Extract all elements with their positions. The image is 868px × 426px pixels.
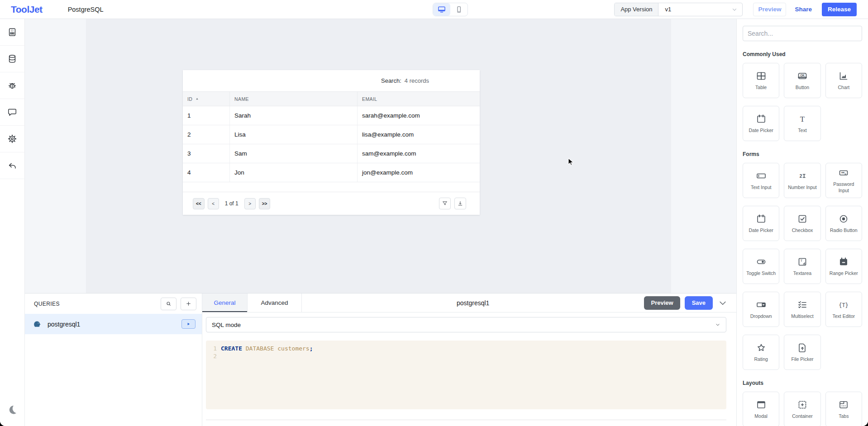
collapse-query-panel-button[interactable] <box>717 298 728 308</box>
radiobutton-icon <box>838 213 849 224</box>
sql-mode-value: SQL mode <box>212 322 241 328</box>
widget-card[interactable]: File Picker <box>784 335 820 370</box>
widget-card[interactable]: Table <box>743 63 779 98</box>
widget-card[interactable]: T Text <box>784 106 820 141</box>
left-sidebar: {:}JSON <box>0 19 25 426</box>
app-name[interactable]: PostgreSQL <box>68 6 104 13</box>
table-row[interactable]: 2 Lisa lisa@example.com <box>183 125 480 144</box>
widget-sidebar: Commonly Used Table OK Button <box>736 19 868 426</box>
container-icon <box>797 399 808 410</box>
query-preview-button[interactable]: Preview <box>644 296 680 310</box>
passwordinput-icon: ** <box>838 167 849 178</box>
filter-icon <box>442 200 448 207</box>
share-button[interactable]: Share <box>790 3 816 16</box>
section-commonly-used: Commonly Used Table OK Button <box>743 51 862 141</box>
widget-card[interactable]: {T} Text Editor <box>825 292 862 327</box>
column-header-id[interactable]: ID <box>183 92 230 106</box>
svg-text:2: 2 <box>800 173 802 178</box>
datepicker-icon <box>756 213 767 224</box>
widget-card[interactable]: Date Picker <box>743 106 779 141</box>
add-query-button[interactable] <box>181 298 196 310</box>
sql-code-editor[interactable]: 1CREATE DATABASE customers; 2 <box>206 341 726 409</box>
sql-mode-select[interactable]: SQL mode <box>206 317 726 332</box>
mobile-layout-button[interactable] <box>450 3 467 16</box>
run-query-button[interactable] <box>181 319 196 329</box>
table-search-label[interactable]: Search: <box>381 77 401 84</box>
widget-card[interactable]: Radio Button <box>825 206 862 241</box>
svg-text:JSON: JSON <box>10 33 14 34</box>
dropdown-icon <box>756 299 767 310</box>
tooljet-app-builder: ToolJet PostgreSQL <box>0 0 868 426</box>
database-icon <box>7 54 17 64</box>
query-list-item[interactable]: postgresql1 <box>25 314 202 334</box>
query-panel: QUERIES <box>25 293 736 426</box>
code-line: 1CREATE DATABASE customers; <box>206 345 726 352</box>
desktop-icon <box>437 5 446 14</box>
widget-card[interactable]: Chart <box>825 63 862 98</box>
table-row[interactable]: 3 Sam sam@example.com <box>183 144 480 163</box>
section-forms: Forms Text Input 2 Number Input <box>743 151 862 370</box>
play-icon <box>186 322 191 326</box>
query-search-button[interactable] <box>161 298 176 310</box>
toggle-icon <box>756 256 767 267</box>
tab-general[interactable]: General <box>202 293 248 312</box>
next-page-button[interactable]: > <box>244 198 256 209</box>
app-version-select[interactable]: App Version v1 <box>614 3 743 16</box>
table-row[interactable]: 4 Jon jon@example.com <box>183 163 480 182</box>
tooljet-logo[interactable]: ToolJet <box>11 4 43 15</box>
table-row[interactable]: 1 Sarah sarah@example.com <box>183 106 480 125</box>
code-line: 2 <box>206 352 726 360</box>
widget-card[interactable]: Dropdown <box>743 292 779 327</box>
widget-card[interactable]: Tabs <box>825 392 862 426</box>
tab-advanced[interactable]: Advanced <box>248 293 302 312</box>
debugger-icon <box>7 80 17 90</box>
svg-text:**: ** <box>841 171 845 175</box>
widget-card[interactable]: OK Button <box>784 63 820 98</box>
query-editor: General Advanced postgresql1 Preview Sav… <box>202 293 736 426</box>
previous-page-button[interactable]: < <box>208 198 219 209</box>
queries-title: QUERIES <box>34 301 60 307</box>
query-title[interactable]: postgresql1 <box>302 293 644 312</box>
query-save-button[interactable]: Save <box>685 296 713 310</box>
download-icon <box>457 200 463 207</box>
dark-mode-toggle[interactable] <box>0 401 24 419</box>
widget-card[interactable]: ** Password Input <box>825 163 862 198</box>
mobile-icon <box>455 5 463 14</box>
tabs-icon <box>838 399 849 410</box>
widget-card[interactable]: Range Picker <box>825 249 862 284</box>
release-button[interactable]: Release <box>822 3 857 16</box>
app-canvas[interactable]: Search: 4 records ID NAME <box>25 19 736 293</box>
first-page-button[interactable]: << <box>193 198 205 209</box>
column-header-name[interactable]: NAME <box>230 92 358 106</box>
column-header-email[interactable]: EMAIL <box>358 92 480 106</box>
checkbox-icon <box>797 213 808 224</box>
numberinput-icon: 2 <box>797 170 808 181</box>
widget-card[interactable]: Container <box>784 392 820 426</box>
search-icon <box>166 301 172 307</box>
rangepicker-icon <box>838 256 849 267</box>
widget-card[interactable]: T Textarea <box>784 249 820 284</box>
widget-card[interactable]: Date Picker <box>743 206 779 241</box>
filter-button[interactable] <box>439 198 451 209</box>
widget-card[interactable]: Checkbox <box>784 206 820 241</box>
chevron-down-icon <box>718 298 727 308</box>
panel-divider <box>206 420 726 420</box>
query-list-panel: QUERIES <box>25 293 202 426</box>
widget-search-input[interactable] <box>743 26 862 41</box>
download-button[interactable] <box>454 198 466 209</box>
widget-card[interactable]: Multiselect <box>784 292 820 327</box>
desktop-layout-button[interactable] <box>433 3 450 16</box>
preview-button[interactable]: Preview <box>753 3 786 16</box>
last-page-button[interactable]: >> <box>259 198 271 209</box>
modal-icon <box>756 399 767 410</box>
text-icon: T <box>797 114 808 124</box>
widget-card[interactable]: Rating <box>743 335 779 370</box>
widget-card[interactable]: Toggle Switch <box>743 249 779 284</box>
datepicker-icon <box>756 114 767 124</box>
multiselect-icon <box>797 299 808 310</box>
texteditor-icon: {T} <box>838 299 849 310</box>
widget-card[interactable]: Text Input <box>743 163 779 198</box>
widget-card[interactable]: Modal <box>743 392 779 426</box>
table-widget[interactable]: Search: 4 records ID NAME <box>183 70 480 215</box>
widget-card[interactable]: 2 Number Input <box>784 163 820 198</box>
